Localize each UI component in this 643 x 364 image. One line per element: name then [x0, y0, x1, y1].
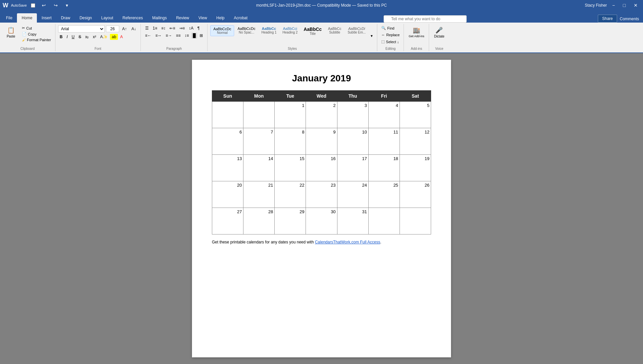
share-button[interactable]: Share — [598, 15, 617, 23]
justify-button[interactable]: ≡≡ — [174, 33, 182, 39]
numbering-button[interactable]: 1≡ — [151, 25, 159, 31]
calendar-cell: 25 — [368, 181, 400, 208]
multilevel-list-button[interactable]: ≡↕ — [159, 25, 167, 31]
paste-button[interactable]: 📋 Paste — [3, 25, 19, 40]
tab-file[interactable]: File — [1, 13, 17, 23]
user-name: Stacy Fisher — [585, 3, 607, 8]
line-spacing-button[interactable]: ↕≡ — [183, 33, 191, 39]
shading-button[interactable]: █ — [191, 33, 198, 39]
text-effects-button[interactable]: A✨ — [98, 34, 109, 40]
paragraph-row-top: ☰ 1≡ ≡↕ ⇐≡ ⇒≡ ↕A ¶ — [143, 25, 201, 31]
font-size-input[interactable] — [106, 26, 119, 32]
footer-link[interactable]: CalendarsThatWork.com Full Access — [315, 240, 380, 244]
redo-btn[interactable]: ↪ — [51, 1, 60, 9]
tab-home[interactable]: Home — [17, 13, 37, 23]
ribbon-tabs: File Home Insert Draw Design Layout Refe… — [0, 11, 643, 23]
strikethrough-button[interactable]: S — [77, 34, 83, 40]
clipboard-small-btns: ✂ Cut 📄 Copy 🖌 Format Painter — [21, 25, 52, 43]
align-left-button[interactable]: ≡← — [143, 33, 153, 39]
sort-button[interactable]: ↕A — [187, 25, 195, 31]
autosave-label: AutoSave — [11, 3, 27, 7]
calendar-cell: 21 — [243, 181, 275, 208]
comments-button[interactable]: Comments — [617, 15, 642, 23]
tab-design[interactable]: Design — [75, 13, 96, 23]
format-painter-button[interactable]: 🖌 Format Painter — [21, 37, 52, 43]
find-button[interactable]: 🔍 Find — [380, 25, 396, 31]
get-addins-button[interactable]: 🏬 Get Add-ins — [407, 25, 426, 39]
document-title: monthLSF1-Jan-2019-j2lm.doc — Compatibil… — [256, 3, 387, 8]
align-center-button[interactable]: ≡↔ — [154, 33, 163, 39]
styles-expand-button[interactable]: ▾ — [369, 33, 374, 39]
calendar-cell: 7 — [243, 128, 275, 155]
replace-icon: ↔ — [381, 33, 385, 37]
minimize-btn[interactable]: − — [609, 1, 617, 9]
style-heading2[interactable]: AaBbCci Heading 2 — [280, 25, 301, 36]
style-subtle-em[interactable]: AaBbCcDi Subtle Em... — [345, 25, 368, 36]
align-right-button[interactable]: ≡→ — [164, 33, 174, 39]
calendar-week-1: 6789101112 — [212, 128, 431, 155]
calendar-cell: 3 — [337, 102, 368, 128]
italic-button[interactable]: I — [65, 34, 69, 40]
select-icon: ⬚ — [381, 40, 385, 44]
style-normal[interactable]: AaBbCcDc Normal — [210, 25, 234, 36]
tab-mailings[interactable]: Mailings — [147, 13, 171, 23]
dictate-icon: 🎤 — [435, 27, 443, 34]
tab-draw[interactable]: Draw — [56, 13, 75, 23]
addins-icon: 🏬 — [413, 27, 420, 34]
select-button[interactable]: ⬚ Select ↓ — [380, 39, 400, 45]
bullets-button[interactable]: ☰ — [143, 25, 150, 31]
restore-btn[interactable]: □ — [620, 1, 628, 9]
ribbon: 📋 Paste ✂ Cut 📄 Copy 🖌 Format Painter — [0, 23, 643, 53]
close-btn[interactable]: ✕ — [631, 1, 640, 9]
style-title[interactable]: AaBbCc Title — [301, 25, 324, 37]
tab-references[interactable]: References — [118, 13, 147, 23]
style-subtitle[interactable]: AaBbCc Subtitle — [325, 25, 344, 36]
calendar-cell: 6 — [212, 128, 243, 155]
replace-button[interactable]: ↔ Replace — [380, 32, 401, 38]
subscript-button[interactable]: x₂ — [83, 34, 90, 40]
customize-btn[interactable]: ▾ — [63, 1, 71, 9]
word-logo: W — [3, 2, 8, 9]
tab-layout[interactable]: Layout — [97, 13, 118, 23]
calendar-cell: 11 — [368, 128, 400, 155]
tab-insert[interactable]: Insert — [37, 13, 56, 23]
col-wed: Wed — [306, 91, 337, 102]
font-color-button[interactable]: A — [119, 34, 125, 40]
calendar-cell: 23 — [306, 181, 337, 208]
tab-view[interactable]: View — [194, 13, 212, 23]
increase-indent-button[interactable]: ⇒≡ — [178, 25, 187, 31]
cut-button[interactable]: ✂ Cut — [21, 25, 52, 31]
clipboard-label: Clipboard — [20, 46, 35, 51]
decrease-indent-button[interactable]: ⇐≡ — [168, 25, 177, 31]
paragraph-group: ☰ 1≡ ≡↕ ⇐≡ ⇒≡ ↕A ¶ ≡← ≡↔ ≡→ ≡≡ ↕≡ █ ⊞ — [141, 24, 208, 51]
style-no-spacing[interactable]: AaBbCcDc No Spac... — [235, 25, 258, 36]
increase-font-btn[interactable]: A↑ — [121, 26, 129, 32]
show-formatting-button[interactable]: ¶ — [196, 25, 201, 31]
find-icon: 🔍 — [381, 26, 386, 30]
font-family-select[interactable]: Arial — [58, 25, 105, 33]
text-highlight-button[interactable]: ab — [110, 34, 118, 40]
decrease-font-btn[interactable]: A↓ — [130, 26, 138, 32]
calendar-cell: 24 — [337, 181, 368, 208]
style-heading1[interactable]: AaBbCc Heading 1 — [259, 25, 279, 36]
calendar-cell: 17 — [337, 155, 368, 181]
calendar-week-0: 12345 — [212, 102, 431, 128]
tab-acrobat[interactable]: Acrobat — [229, 13, 252, 23]
search-input[interactable] — [384, 15, 467, 23]
calendar-cell: 4 — [368, 102, 400, 128]
bold-button[interactable]: B — [58, 34, 64, 40]
calendar-cell: 28 — [243, 208, 275, 234]
undo-btn[interactable]: ↩ — [39, 1, 48, 9]
autosave-toggle[interactable] — [31, 3, 35, 8]
calendar-cell: 10 — [337, 128, 368, 155]
paragraph-label: Paragraph — [166, 46, 182, 51]
superscript-button[interactable]: x² — [91, 34, 98, 40]
underline-button[interactable]: U — [70, 34, 76, 40]
tab-review[interactable]: Review — [171, 13, 194, 23]
calendar-cell: 18 — [368, 155, 400, 181]
copy-button[interactable]: 📄 Copy — [21, 31, 52, 37]
calendar-title: January 2019 — [212, 73, 431, 84]
dictate-button[interactable]: 🎤 Dictate — [432, 25, 446, 40]
borders-button[interactable]: ⊞ — [198, 33, 205, 39]
tab-help[interactable]: Help — [212, 13, 229, 23]
